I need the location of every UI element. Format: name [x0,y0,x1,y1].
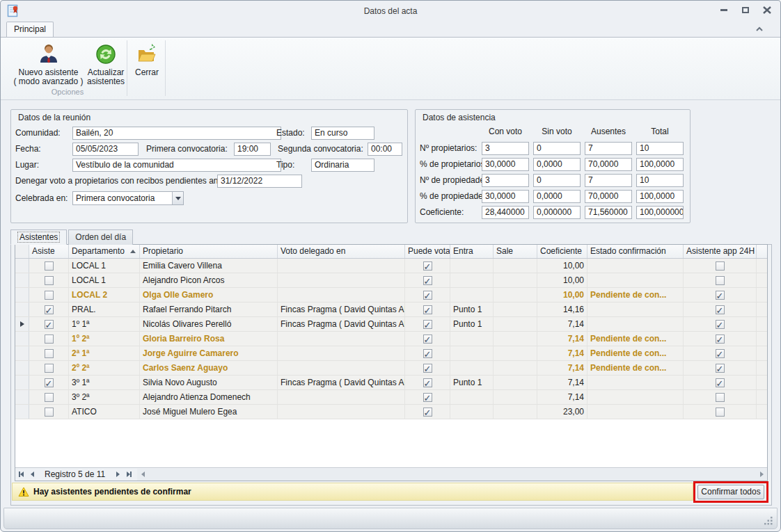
attendance-value-input[interactable]: 28,440000 [482,206,529,219]
tab-orden-del-dia[interactable]: Orden del día [68,229,133,245]
col-header-asistente-app[interactable]: Asistente app 24H [684,245,757,258]
grid-row[interactable]: LOCAL 2Olga Olle Gamero10,00Pendiente de… [15,288,767,303]
new-attendee-button[interactable]: Nuevo asistente ( modo avanzado ) [12,40,85,86]
asiste-checkbox[interactable] [45,320,54,329]
asistente-app-checkbox[interactable] [716,393,725,402]
attendance-value-input[interactable]: 100,0000 [636,158,684,171]
asiste-checkbox[interactable] [45,408,54,417]
asiste-checkbox[interactable] [45,393,54,402]
grid-row[interactable]: 1º 1ªNicolás Olivares PerellóFincas Prag… [15,317,767,332]
grid-row[interactable]: LOCAL 1Alejandro Picon Arcos10,00 [15,273,767,288]
asistente-app-checkbox[interactable] [716,378,725,387]
attendance-value-input[interactable]: 0,0000 [533,158,581,171]
attendance-value-input[interactable]: 30,0000 [482,190,529,203]
puede-votar-checkbox[interactable] [423,408,432,417]
asiste-checkbox[interactable] [45,364,54,373]
col-header-puede-votar[interactable]: Puede votar [405,245,450,258]
asiste-checkbox[interactable] [45,334,54,344]
grid-row[interactable]: 2ª 1ªJorge Aguirre Camarero7,14Pendiente… [15,346,767,361]
grid-row[interactable]: ATICOJosé Miguel Mulero Egea23,00 [15,405,767,419]
grid-row[interactable]: 1º 2ªGloria Barreiro Rosa7,14Pendiente d… [15,332,767,346]
asiste-checkbox[interactable] [45,349,54,358]
minimize-button[interactable] [718,5,730,15]
resize-grip[interactable] [764,517,773,526]
close-button[interactable] [761,5,773,15]
col-header-entra[interactable]: Entra [450,245,494,258]
attendance-value-input[interactable]: 0,0000 [533,190,581,203]
segunda-convocatoria-input[interactable]: 00:00 [368,143,402,156]
fecha-input[interactable]: 05/05/2023 [72,143,139,156]
col-header-asiste[interactable]: Asiste [29,245,69,258]
celebrada-en-combo[interactable]: Primera convocatoria [72,191,184,205]
confirmar-todos-button[interactable]: Confirmar todos [697,485,764,499]
primera-convocatoria-input[interactable]: 19:00 [234,143,271,156]
estado-input[interactable]: En curso [311,127,374,140]
lugar-input[interactable]: Vestíbulo de la comunidad [72,159,281,172]
attendance-value-input[interactable]: 100,0000 [636,190,684,203]
close-form-button[interactable]: Cerrar [130,40,164,77]
attendance-value-input[interactable]: 3 [482,142,529,155]
puede-votar-checkbox[interactable] [423,320,432,329]
asistente-app-checkbox[interactable] [716,276,725,285]
puede-votar-checkbox[interactable] [423,305,432,314]
attendance-value-input[interactable]: 7 [585,142,632,155]
attendance-value-input[interactable]: 10 [636,174,684,187]
grid-row[interactable]: PRAL.Rafael Ferrando PitarchFincas Pragm… [15,303,767,317]
attendance-value-input[interactable]: 30,0000 [482,158,529,171]
col-header-sale[interactable]: Sale [494,245,537,258]
asistente-app-checkbox[interactable] [716,349,725,358]
attendance-value-input[interactable]: 0,000000 [533,206,581,219]
pager-prev-button[interactable] [26,469,38,481]
denegar-voto-fecha-input[interactable]: 31/12/2022 [217,175,302,188]
asiste-checkbox[interactable] [45,291,54,300]
puede-votar-checkbox[interactable] [423,349,432,358]
attendance-value-input[interactable]: 0 [533,174,581,187]
attendance-value-input[interactable]: 10 [636,142,684,155]
attendance-value-input[interactable]: 70,0000 [585,190,632,203]
asistente-app-checkbox[interactable] [716,305,725,314]
col-header-departamento[interactable]: Departamento [69,245,140,258]
comunidad-input[interactable]: Bailén, 20 [72,127,281,140]
attendance-value-input[interactable]: 100,000000 [636,206,684,219]
scroll-right-button[interactable] [756,469,767,481]
attendance-value-input[interactable]: 71,560000 [585,206,632,219]
puede-votar-checkbox[interactable] [423,334,432,344]
pager-first-button[interactable] [15,469,26,481]
asistente-app-checkbox[interactable] [716,408,725,417]
scroll-left-button[interactable] [137,469,148,481]
grid-row[interactable]: 3º 1ªSilvia Novo AugustoFincas Pragma ( … [15,376,767,390]
col-header-estado-confirmacion[interactable]: Estado confirmación [587,245,684,258]
attendance-value-input[interactable]: 0 [533,142,581,155]
asistente-app-checkbox[interactable] [716,320,725,329]
grid-row[interactable]: LOCAL 1Emilia Cavero Villena10,00 [15,259,767,273]
col-header-coeficiente[interactable]: Coeficiente [537,245,587,258]
horizontal-scrollbar[interactable] [137,469,767,481]
col-header-propietario[interactable]: Propietario [140,245,278,258]
asiste-checkbox[interactable] [45,305,54,314]
tipo-input[interactable]: Ordinaria [311,159,374,172]
grid-row[interactable]: 3º 2ªAlejandro Atienza Domenech7,14 [15,390,767,405]
pager-last-button[interactable] [123,469,134,481]
puede-votar-checkbox[interactable] [423,378,432,387]
restore-button[interactable] [739,5,752,15]
puede-votar-checkbox[interactable] [423,261,432,271]
asistente-app-checkbox[interactable] [716,334,725,344]
puede-votar-checkbox[interactable] [423,276,432,285]
refresh-attendees-button[interactable]: Actualizar asistentes [85,40,127,86]
col-header-voto-delegado[interactable]: Voto delegado en [278,245,405,258]
collapse-ribbon-button[interactable] [755,25,765,33]
asistente-app-checkbox[interactable] [716,291,725,300]
tab-asistentes[interactable]: Asistentes [10,229,67,245]
puede-votar-checkbox[interactable] [423,364,432,373]
combo-dropdown-button[interactable] [172,192,183,204]
asistente-app-checkbox[interactable] [716,261,725,271]
asiste-checkbox[interactable] [45,276,54,285]
pager-next-button[interactable] [112,469,123,481]
asistente-app-checkbox[interactable] [716,364,725,373]
asiste-checkbox[interactable] [45,378,54,387]
puede-votar-checkbox[interactable] [423,393,432,402]
attendance-value-input[interactable]: 70,0000 [585,158,632,171]
tab-principal[interactable]: Principal [6,22,54,37]
attendance-value-input[interactable]: 3 [482,174,529,187]
puede-votar-checkbox[interactable] [423,291,432,300]
